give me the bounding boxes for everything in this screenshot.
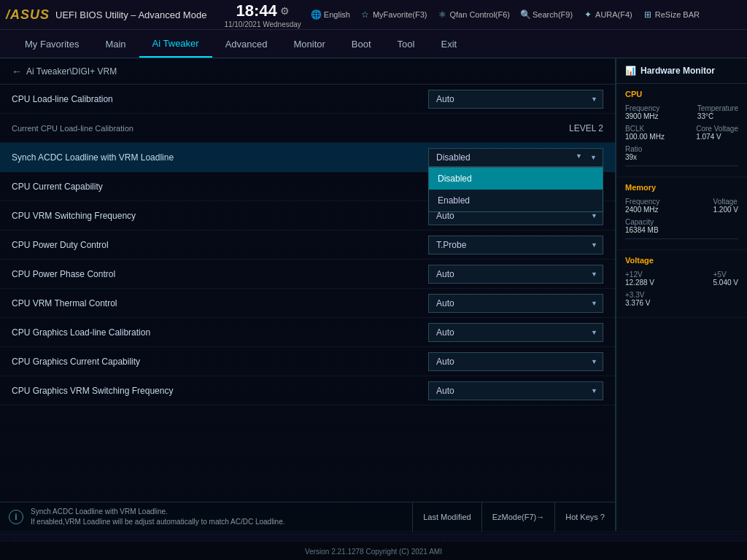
hw-row-volt-33v: +3.3V 3.376 V — [625, 291, 738, 307]
language-label: English — [324, 10, 350, 19]
date-display: 11/10/2021 Wednesday — [224, 20, 301, 28]
nav-item-monitor[interactable]: Monitor — [281, 30, 338, 58]
dropdown-option-enabled[interactable]: Enabled — [429, 190, 603, 211]
last-modified-button[interactable]: Last Modified — [412, 502, 481, 532]
nav-item-exit[interactable]: Exit — [427, 30, 470, 58]
bottom-actions: Last Modified EzMode(F7)→ Hot Keys ? — [412, 502, 615, 531]
hw-divider-memory — [625, 238, 738, 239]
dropdown-wrapper-cpu-power-duty: T.Probe — [428, 236, 603, 254]
time-value: 18:44 — [236, 1, 276, 20]
hw-label-cpu-bclk: BCLK — [625, 125, 665, 133]
version-text: Version 2.21.1278 Copyright (C) 2021 AMI — [305, 548, 442, 556]
dropdown-cpu-power-duty[interactable]: T.Probe — [428, 236, 603, 254]
setting-label-cpu-power-duty: CPU Power Duty Control — [12, 240, 428, 250]
setting-label-cpu-gfx-load-line: CPU Graphics Load-line Calibration — [12, 327, 428, 338]
hw-label-mem-capacity: Capacity — [625, 218, 659, 226]
setting-row-cpu-power-duty: CPU Power Duty Control T.Probe — [0, 230, 615, 260]
breadcrumb: ← Ai Tweaker\DIGI+ VRM — [0, 58, 615, 85]
nav-item-advanced[interactable]: Advanced — [212, 30, 281, 58]
dropdown-cpu-load-line-cal[interactable]: Auto — [428, 90, 603, 109]
nav-item-tool[interactable]: Tool — [384, 30, 428, 58]
nav-item-main[interactable]: Main — [92, 30, 139, 58]
hw-monitor-title: Hardware Monitor — [640, 66, 715, 76]
hw-label-12v: +12V — [625, 271, 654, 279]
hw-section-memory: Memory Frequency 2400 MHz Voltage 1.200 … — [616, 177, 747, 250]
dropdown-arrow-synch-acdc: ▼ — [576, 152, 582, 160]
hw-monitor-icon: 📊 — [625, 66, 636, 76]
setting-row-synch-acdc: Synch ACDC Loadline with VRM Loadline Di… — [0, 143, 615, 172]
hw-label-cpu-temp: Temperature — [697, 104, 738, 112]
qfan-action[interactable]: ⚛ Qfan Control(F6) — [438, 9, 511, 20]
info-text: Synch ACDC Loadline with VRM Loadline. I… — [31, 507, 285, 527]
info-bar: i Synch ACDC Loadline with VRM Loadline.… — [0, 502, 615, 531]
dropdown-cpu-vrm-thermal[interactable]: Auto — [428, 294, 603, 313]
setting-label-synch-acdc: Synch ACDC Loadline with VRM Loadline — [12, 152, 428, 163]
globe-icon: 🌐 — [311, 9, 322, 20]
time-display: 18:44 ⚙ — [236, 1, 289, 20]
setting-row-current-cpu-load-line-cal: Current CPU Load-line Calibration LEVEL … — [0, 114, 615, 143]
dropdown-trigger-synch-acdc[interactable]: Disabled ▼ — [428, 148, 603, 167]
setting-label-cpu-gfx-current: CPU Graphics Current Capability — [12, 357, 428, 367]
header: /ASUS UEFI BIOS Utility – Advanced Mode … — [0, 0, 747, 58]
back-button[interactable]: ← — [12, 66, 22, 77]
time-area: 18:44 ⚙ 11/10/2021 Wednesday — [224, 1, 301, 28]
last-modified-label: Last Modified — [423, 513, 471, 521]
top-bar-actions: 🌐 English ☆ MyFavorite(F3) ⚛ Qfan Contro… — [311, 9, 741, 20]
hot-keys-label: Hot Keys ? — [565, 513, 605, 521]
dropdown-wrapper-cpu-gfx-vrm-switch: Auto — [428, 381, 603, 400]
setting-label-cpu-current-cap: CPU Current Capability — [12, 182, 428, 192]
hw-value-mem-capacity: 16384 MB — [625, 226, 659, 234]
hw-value-33v: 3.376 V — [625, 299, 650, 307]
language-action[interactable]: 🌐 English — [311, 9, 350, 20]
nav-item-my-favorites[interactable]: My Favorites — [12, 30, 92, 58]
setting-row-cpu-vrm-thermal: CPU VRM Thermal Control Auto — [0, 289, 615, 318]
dropdown-cpu-gfx-current[interactable]: Auto — [428, 352, 603, 371]
dropdown-wrapper-cpu-power-phase: Auto — [428, 265, 603, 284]
dropdown-cpu-gfx-load-line[interactable]: Auto — [428, 323, 603, 342]
top-bar: /ASUS UEFI BIOS Utility – Advanced Mode … — [0, 0, 747, 30]
bios-title: UEFI BIOS Utility – Advanced Mode — [55, 9, 206, 20]
aura-icon: ✦ — [583, 9, 593, 20]
fan-icon: ⚛ — [438, 9, 448, 20]
dropdown-selected-value-synch-acdc: Disabled — [436, 152, 471, 163]
resize-bar-action[interactable]: ⊞ ReSize BAR — [643, 9, 700, 20]
resize-icon: ⊞ — [643, 9, 653, 20]
dropdown-popup-synch-acdc: Disabled Enabled — [428, 167, 603, 212]
dropdown-wrapper-cpu-gfx-current: Auto — [428, 352, 603, 371]
setting-row-cpu-gfx-load-line: CPU Graphics Load-line Calibration Auto — [0, 318, 615, 347]
my-favorite-action[interactable]: ☆ MyFavorite(F3) — [360, 9, 427, 20]
setting-value-current-cpu-load-line-cal: LEVEL 2 — [428, 123, 603, 133]
dropdown-cpu-gfx-vrm-switch[interactable]: Auto — [428, 381, 603, 400]
hw-memory-title: Memory — [625, 183, 738, 192]
dropdown-cpu-power-phase[interactable]: Auto — [428, 265, 603, 284]
hw-label-mem-voltage: Voltage — [713, 198, 738, 206]
settings-list: CPU Load-line Calibration Auto Current C… — [0, 85, 615, 502]
breadcrumb-path: Ai Tweaker\DIGI+ VRM — [26, 66, 117, 77]
nav-bar: My Favorites Main Ai Tweaker Advanced Mo… — [0, 30, 747, 58]
hw-value-cpu-temp: 33°C — [697, 112, 738, 120]
setting-row-cpu-gfx-vrm-switch: CPU Graphics VRM Switching Frequency Aut… — [0, 376, 615, 405]
dropdown-wrapper-cpu-vrm-thermal: Auto — [428, 294, 603, 313]
search-action[interactable]: 🔍 Search(F9) — [520, 9, 573, 20]
hw-row-volt-12v-5v: +12V 12.288 V +5V 5.040 V — [625, 271, 738, 287]
hw-value-mem-freq: 2400 MHz — [625, 206, 659, 214]
hw-label-cpu-core-voltage: Core Voltage — [696, 125, 738, 133]
ez-mode-button[interactable]: EzMode(F7)→ — [481, 502, 555, 532]
settings-gear-icon[interactable]: ⚙ — [280, 5, 290, 17]
nav-item-ai-tweaker[interactable]: Ai Tweaker — [139, 30, 212, 58]
info-icon: i — [9, 510, 23, 524]
aura-label: AURA(F4) — [595, 10, 632, 19]
dropdown-option-disabled[interactable]: Disabled — [429, 168, 603, 190]
hw-label-cpu-freq: Frequency — [625, 104, 659, 112]
dropdown-wrapper-cpu-load-line-cal: Auto — [428, 90, 603, 109]
setting-label-cpu-vrm-switch-freq: CPU VRM Switching Frequency — [12, 211, 428, 221]
hw-monitor-header: 📊 Hardware Monitor — [616, 58, 747, 84]
nav-item-boot[interactable]: Boot — [338, 30, 384, 58]
hw-value-mem-voltage: 1.200 V — [713, 206, 738, 214]
hw-value-cpu-ratio: 39x — [625, 153, 642, 161]
hot-keys-button[interactable]: Hot Keys ? — [554, 502, 615, 532]
aura-action[interactable]: ✦ AURA(F4) — [583, 9, 632, 20]
info-line2: If enabled,VRM Loadline will be adjust a… — [31, 517, 285, 527]
info-text-area: i Synch ACDC Loadline with VRM Loadline.… — [0, 502, 412, 531]
info-line1: Synch ACDC Loadline with VRM Loadline. — [31, 507, 285, 517]
